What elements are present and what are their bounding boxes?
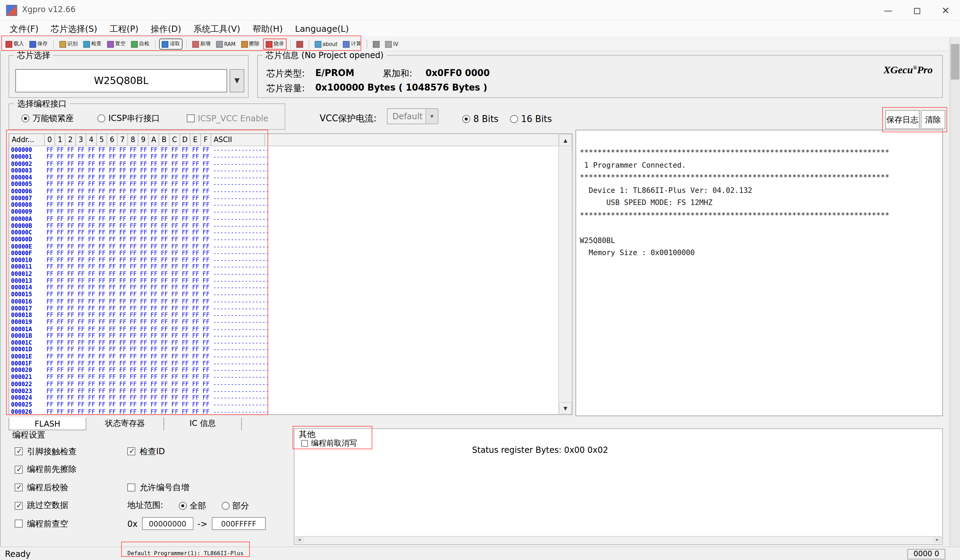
- hex-editor[interactable]: Addr... 0123456789ABCDEF ASCII 000000FFF…: [9, 133, 573, 415]
- hex-row[interactable]: 000004FFFFFFFFFFFFFFFFFFFFFFFFFFFFFFFF--…: [10, 174, 559, 181]
- scroll-left-icon[interactable]: ◂: [295, 537, 304, 543]
- hex-row[interactable]: 00001FFFFFFFFFFFFFFFFFFFFFFFFFFFFFFFFF--…: [10, 360, 559, 367]
- toolbar-load-button[interactable]: 载入: [4, 39, 26, 49]
- toolbar-about-button[interactable]: about: [313, 40, 339, 49]
- toolbar-program-button[interactable]: 烧录: [263, 39, 286, 50]
- toolbar-blank-button[interactable]: 置空: [106, 39, 128, 49]
- toolbar-selftest-button[interactable]: 自检: [130, 39, 152, 49]
- check-id-checkbox[interactable]: [127, 448, 135, 456]
- scroll-right-icon[interactable]: ▸: [933, 537, 942, 543]
- hex-row[interactable]: 000003FFFFFFFFFFFFFFFFFFFFFFFFFFFFFFFF--…: [10, 167, 559, 174]
- icsp-radio[interactable]: ICSP串行接口: [97, 112, 160, 124]
- address-to-input[interactable]: [212, 517, 266, 530]
- tab-ic-info[interactable]: IC 信息: [164, 417, 242, 430]
- toolbar-new-button[interactable]: 新增: [190, 39, 213, 49]
- hex-row[interactable]: 000010FFFFFFFFFFFFFFFFFFFFFFFFFFFFFFFF--…: [10, 257, 559, 263]
- chip-select-dropdown-button[interactable]: ▼: [230, 69, 244, 92]
- vcc-current-select[interactable]: Default▾: [387, 108, 438, 124]
- scroll-up-icon[interactable]: ▲: [559, 134, 572, 146]
- save-log-button[interactable]: 保存日志: [885, 110, 920, 129]
- hex-row[interactable]: 000025FFFFFFFFFFFFFFFFFFFFFFFFFFFFFFFF--…: [10, 401, 559, 408]
- menu-item[interactable]: 帮助(H): [246, 21, 289, 37]
- toolbar-icd-button[interactable]: [371, 40, 381, 49]
- auto-inc-row[interactable]: 允许编号自增: [127, 479, 293, 496]
- chip-select-combo[interactable]: W25Q80BL: [15, 69, 227, 92]
- hex-row[interactable]: 00000EFFFFFFFFFFFFFFFFFFFFFFFFFFFFFFFF--…: [10, 243, 559, 250]
- minimize-button[interactable]: —: [874, 0, 902, 21]
- hex-row[interactable]: 00000AFFFFFFFFFFFFFFFFFFFFFFFFFFFFFFFF--…: [10, 215, 559, 222]
- bits16-radio[interactable]: 16 Bits: [510, 113, 552, 124]
- hex-row[interactable]: 00000DFFFFFFFFFFFFFFFFFFFFFFFFFFFFFFFF--…: [10, 236, 559, 243]
- address-from-input[interactable]: [142, 517, 193, 530]
- icsp-vcc-checkbox[interactable]: ICSP_VCC Enable: [187, 112, 268, 124]
- prog-checkbox[interactable]: [14, 448, 22, 456]
- hex-row[interactable]: 000008FFFFFFFFFFFFFFFFFFFFFFFFFFFFFFFF--…: [10, 201, 559, 208]
- hex-row[interactable]: 000026FFFFFFFFFFFFFFFFFFFFFFFFFFFFFFFF--…: [10, 408, 559, 415]
- hex-row[interactable]: 00000FFFFFFFFFFFFFFFFFFFFFFFFFFFFFFFFF--…: [10, 250, 559, 257]
- hex-row[interactable]: 000017FFFFFFFFFFFFFFFFFFFFFFFFFFFFFFFF--…: [10, 305, 559, 311]
- socket-radio[interactable]: 万能锁紧座: [21, 112, 74, 124]
- window-vertical-scrollbar[interactable]: [950, 37, 960, 547]
- toolbar-erase-button[interactable]: 擦除: [239, 39, 261, 49]
- prog-checkbox-row[interactable]: 跳过空数据: [14, 497, 125, 515]
- prog-checkbox[interactable]: [14, 520, 22, 528]
- hex-row[interactable]: 000007FFFFFFFFFFFFFFFFFFFFFFFFFFFFFFFF--…: [10, 195, 559, 201]
- prog-checkbox-row[interactable]: 编程前查空: [14, 515, 125, 533]
- hex-row[interactable]: 000020FFFFFFFFFFFFFFFFFFFFFFFFFFFFFFFF--…: [10, 367, 559, 373]
- toolbar-save-button[interactable]: 保存: [28, 39, 50, 49]
- menu-item[interactable]: 系统工具(V): [187, 21, 246, 37]
- menu-item[interactable]: 芯片选择(S): [45, 21, 103, 37]
- toolbar-check-button[interactable]: 检查: [81, 39, 103, 49]
- prog-checkbox-row[interactable]: 编程前先擦除: [14, 460, 125, 479]
- unprotect-before-prog-checkbox[interactable]: [301, 440, 308, 447]
- menu-item[interactable]: 操作(D): [144, 21, 187, 37]
- hex-row[interactable]: 000021FFFFFFFFFFFFFFFFFFFFFFFFFFFFFFFF--…: [10, 373, 559, 380]
- check-id-row[interactable]: 检查ID: [127, 442, 293, 460]
- toolbar-detect-button[interactable]: 识别: [58, 39, 80, 49]
- hex-vertical-scrollbar[interactable]: ▲ ▼: [558, 134, 572, 415]
- range-all-radio[interactable]: 全部: [178, 499, 206, 512]
- toolbar-ram-button[interactable]: RAM: [214, 40, 238, 49]
- toolbar-read-button[interactable]: 读取: [159, 39, 182, 50]
- hex-row[interactable]: 000012FFFFFFFFFFFFFFFFFFFFFFFFFFFFFFFF--…: [10, 270, 559, 277]
- toolbar-iv-button[interactable]: IV: [384, 40, 400, 49]
- hex-row[interactable]: 000006FFFFFFFFFFFFFFFFFFFFFFFFFFFFFFFF--…: [10, 188, 559, 195]
- range-part-radio[interactable]: 部分: [221, 499, 249, 512]
- prog-checkbox-row[interactable]: 编程后校验: [14, 479, 125, 496]
- prog-checkbox-row[interactable]: 引脚接触检查: [14, 442, 125, 460]
- hex-row[interactable]: 000000FFFFFFFFFFFFFFFFFFFFFFFFFFFFFFFF--…: [10, 146, 559, 153]
- hex-row[interactable]: 00001BFFFFFFFFFFFFFFFFFFFFFFFFFFFFFFFF--…: [10, 332, 559, 339]
- unprotect-before-prog-row[interactable]: 编程前取消写: [301, 438, 357, 449]
- prog-checkbox[interactable]: [14, 483, 22, 491]
- hex-row[interactable]: 000002FFFFFFFFFFFFFFFFFFFFFFFFFFFFFFFF--…: [10, 160, 559, 167]
- hex-row[interactable]: 000013FFFFFFFFFFFFFFFFFFFFFFFFFFFFFFFF--…: [10, 277, 559, 284]
- prog-checkbox[interactable]: [14, 466, 22, 474]
- hex-row[interactable]: 000023FFFFFFFFFFFFFFFFFFFFFFFFFFFFFFFF--…: [10, 387, 559, 394]
- menu-item[interactable]: 文件(F): [4, 21, 45, 37]
- hex-row[interactable]: 00001DFFFFFFFFFFFFFFFFFFFFFFFFFFFFFFFF--…: [10, 346, 559, 353]
- prog-checkbox[interactable]: [14, 502, 22, 509]
- maximize-button[interactable]: [902, 0, 931, 21]
- close-button[interactable]: ×: [931, 0, 960, 21]
- hex-row[interactable]: 000018FFFFFFFFFFFFFFFFFFFFFFFFFFFFFFFF--…: [10, 311, 559, 318]
- hex-row[interactable]: 000014FFFFFFFFFFFFFFFFFFFFFFFFFFFFFFFF--…: [10, 284, 559, 291]
- hex-row[interactable]: 000016FFFFFFFFFFFFFFFFFFFFFFFFFFFFFFFF--…: [10, 298, 559, 305]
- toolbar-print-button[interactable]: [294, 40, 305, 49]
- hex-row[interactable]: 000011FFFFFFFFFFFFFFFFFFFFFFFFFFFFFFFF--…: [10, 263, 559, 270]
- hex-row[interactable]: 00000BFFFFFFFFFFFFFFFFFFFFFFFFFFFFFFFF--…: [10, 222, 559, 229]
- horizontal-scrollbar[interactable]: ◂ ▸: [295, 536, 942, 543]
- hex-row[interactable]: 000019FFFFFFFFFFFFFFFFFFFFFFFFFFFFFFFF--…: [10, 318, 559, 325]
- hex-row[interactable]: 000015FFFFFFFFFFFFFFFFFFFFFFFFFFFFFFFF--…: [10, 291, 559, 298]
- hex-row[interactable]: 000024FFFFFFFFFFFFFFFFFFFFFFFFFFFFFFFF--…: [10, 394, 559, 401]
- toolbar-calc-button[interactable]: 计算: [341, 39, 363, 49]
- hex-row[interactable]: 000022FFFFFFFFFFFFFFFFFFFFFFFFFFFFFFFF--…: [10, 380, 559, 387]
- hex-row[interactable]: 000005FFFFFFFFFFFFFFFFFFFFFFFFFFFFFFFF--…: [10, 181, 559, 188]
- hex-row[interactable]: 00001EFFFFFFFFFFFFFFFFFFFFFFFFFFFFFFFF--…: [10, 353, 559, 360]
- clear-log-button[interactable]: 清除: [921, 110, 946, 129]
- menu-item[interactable]: 工程(P): [103, 21, 144, 37]
- hex-row[interactable]: 00001AFFFFFFFFFFFFFFFFFFFFFFFFFFFFFFFF--…: [10, 325, 559, 332]
- hex-row[interactable]: 000009FFFFFFFFFFFFFFFFFFFFFFFFFFFFFFFF--…: [10, 208, 559, 215]
- auto-inc-checkbox[interactable]: [127, 483, 135, 491]
- hex-row[interactable]: 000001FFFFFFFFFFFFFFFFFFFFFFFFFFFFFFFF--…: [10, 153, 559, 160]
- bits8-radio[interactable]: 8 Bits: [462, 113, 499, 124]
